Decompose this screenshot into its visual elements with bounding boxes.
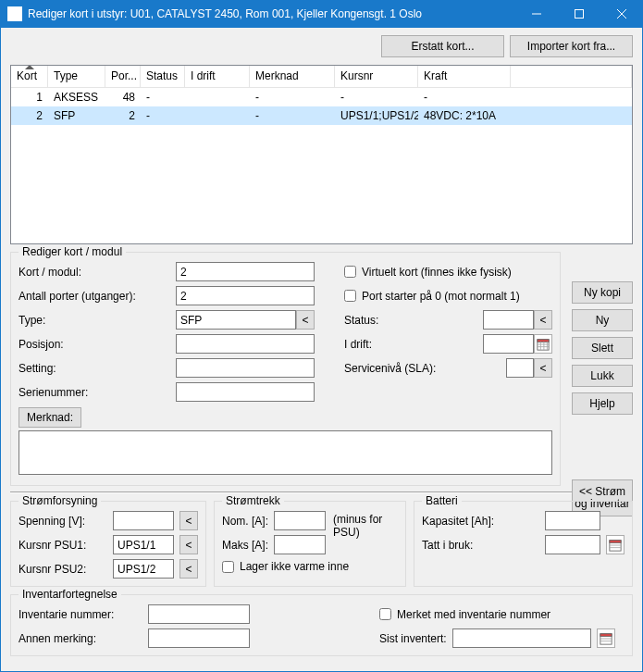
calendar-sist-button[interactable] xyxy=(597,628,615,648)
cell-kursnr: - xyxy=(335,89,418,106)
svg-rect-12 xyxy=(610,540,621,542)
table-row[interactable]: 1AKSESS48---- xyxy=(11,88,632,106)
col-header-idrift[interactable]: I drift xyxy=(185,66,250,87)
lookup-status-button[interactable]: < xyxy=(534,310,552,330)
table-header: Kort Type Por... Status I drift Merknad … xyxy=(11,66,632,88)
col-header-merknad[interactable]: Merknad xyxy=(250,66,335,87)
cell-kort: 1 xyxy=(11,89,48,106)
label-setting: Setting: xyxy=(19,362,176,375)
input-annen[interactable] xyxy=(148,628,250,648)
maximize-button[interactable] xyxy=(558,0,600,28)
label-lagerikke: Lager ikke varme inne xyxy=(240,560,349,573)
lookup-psu2-button[interactable]: < xyxy=(179,559,198,579)
input-psu2[interactable] xyxy=(113,559,174,579)
cell-kursnr: UPS1/1;UPS1/2 xyxy=(335,107,418,124)
cell-kort: 2 xyxy=(11,107,48,124)
label-antallporter: Antall porter (utganger): xyxy=(19,290,176,303)
cell-status: - xyxy=(141,89,185,106)
cell-port: 2 xyxy=(105,107,141,124)
col-header-kraft[interactable]: Kraft xyxy=(418,66,511,87)
lookup-spenning-button[interactable]: < xyxy=(179,511,198,530)
col-header-kursnr[interactable]: Kursnr xyxy=(335,66,418,87)
svg-rect-1 xyxy=(575,10,584,19)
cell-merknad: - xyxy=(250,107,335,124)
input-type[interactable] xyxy=(176,310,296,330)
input-inv-nummer[interactable] xyxy=(148,604,250,624)
slett-button[interactable]: Slett xyxy=(572,337,633,359)
label-merket: Merket med inventarie nummer xyxy=(397,608,550,621)
importer-kort-button[interactable]: Importer kort fra... xyxy=(510,35,633,57)
cell-type: AKSESS xyxy=(48,89,105,106)
ny-button[interactable]: Ny xyxy=(572,309,633,331)
input-sist[interactable] xyxy=(452,628,591,648)
lookup-type-button[interactable]: < xyxy=(296,310,315,330)
power-group: Strømforsyning Spenning [V]: < Kursnr PS… xyxy=(10,501,206,587)
nykopi-button[interactable]: Ny kopi xyxy=(572,281,633,304)
input-idrift[interactable] xyxy=(483,334,534,354)
cell-idrift xyxy=(185,114,250,118)
col-header-port[interactable]: Por... xyxy=(105,66,141,87)
merknad-textarea[interactable] xyxy=(19,430,552,475)
input-psu1[interactable] xyxy=(113,535,174,554)
cell-status: - xyxy=(141,107,185,124)
minimize-button[interactable] xyxy=(515,0,558,28)
calendar-idrift-button[interactable] xyxy=(534,334,552,354)
input-spenning[interactable] xyxy=(113,511,174,530)
input-serviceniva[interactable] xyxy=(506,358,534,378)
input-posisjon[interactable] xyxy=(176,334,315,354)
input-kapasitet[interactable] xyxy=(545,511,600,530)
window-title: Rediger kort i utstyr: U01, CATALYST 245… xyxy=(28,7,515,20)
label-status: Status: xyxy=(344,314,483,327)
label-nom: Nom. [A]: xyxy=(222,515,268,528)
label-psu1: Kursnr PSU1: xyxy=(19,539,107,552)
label-portstarter: Port starter på 0 (mot normalt 1) xyxy=(362,290,520,303)
label-posisjon: Posisjon: xyxy=(19,338,176,351)
merknad-button[interactable]: Merknad: xyxy=(19,407,81,428)
checkbox-merket[interactable] xyxy=(379,608,391,620)
label-serviceniva: Servicenivå (SLA): xyxy=(344,362,483,375)
input-maks[interactable] xyxy=(274,535,326,554)
input-antallporter[interactable] xyxy=(176,286,315,305)
checkbox-lagerikke[interactable] xyxy=(222,561,234,573)
edit-legend: Rediger kort / modul xyxy=(19,245,126,258)
input-nom[interactable] xyxy=(274,511,326,530)
cell-merknad: - xyxy=(250,89,335,106)
svg-rect-16 xyxy=(600,633,612,636)
lukk-button[interactable]: Lukk xyxy=(572,365,633,387)
lookup-psu1-button[interactable]: < xyxy=(179,535,198,554)
draw-legend: Strømtrekk xyxy=(222,494,284,507)
label-psu2: Kursnr PSU2: xyxy=(19,563,107,576)
cell-type: SFP xyxy=(48,107,105,124)
checkbox-portstarter[interactable] xyxy=(344,290,356,302)
input-status[interactable] xyxy=(483,310,534,330)
power-legend: Strømforsyning xyxy=(19,494,101,507)
input-setting[interactable] xyxy=(176,358,315,378)
edit-group: Rediger kort / modul Kort / modul: Virtu… xyxy=(10,252,561,486)
separator xyxy=(10,492,633,493)
erstatt-kort-button[interactable]: Erstatt kort... xyxy=(381,35,504,57)
close-button[interactable] xyxy=(600,0,643,28)
input-tatt[interactable] xyxy=(545,535,600,554)
col-header-kort[interactable]: Kort xyxy=(11,66,48,87)
table-row[interactable]: 2SFP2--UPS1/1;UPS1/248VDC: 2*10A xyxy=(11,106,632,125)
label-virtuelt: Virtuelt kort (finnes ikke fysisk) xyxy=(362,266,512,279)
input-serienummer[interactable] xyxy=(176,382,315,402)
inventory-legend: Inventarfortegnelse xyxy=(19,588,121,601)
lookup-serviceniva-button[interactable]: < xyxy=(534,358,552,378)
label-inv-nummer: Inventarie nummer: xyxy=(19,608,139,621)
calendar-tatt-button[interactable] xyxy=(606,535,624,554)
hjelp-button[interactable]: Hjelp xyxy=(572,392,633,415)
kort-table[interactable]: Kort Type Por... Status I drift Merknad … xyxy=(10,65,633,244)
label-serienummer: Serienummer: xyxy=(19,386,176,399)
label-type: Type: xyxy=(19,314,176,327)
checkbox-virtuelt[interactable] xyxy=(344,266,356,278)
col-header-status[interactable]: Status xyxy=(141,66,185,87)
label-kapasitet: Kapasitet [Ah]: xyxy=(422,515,539,528)
input-kortmodul[interactable] xyxy=(176,262,315,281)
label-minus-psu: (minus for PSU) xyxy=(333,511,398,554)
col-header-type[interactable]: Type xyxy=(48,66,105,87)
cell-port: 48 xyxy=(105,89,141,106)
col-header-rest xyxy=(511,66,632,87)
cell-kraft: - xyxy=(418,89,511,106)
svg-rect-5 xyxy=(538,339,549,342)
